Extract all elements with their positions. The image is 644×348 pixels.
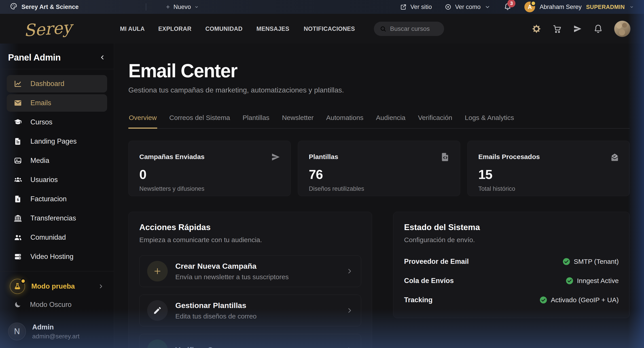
user-menu[interactable]: A Abraham Serey SUPERADMIN [524,1,634,12]
nav-notificaciones[interactable]: NOTIFICACIONES [304,25,355,32]
sidebar-item-label: Comunidad [30,233,66,241]
status-value: Inngest Active [566,277,619,285]
sidebar-item-label: Dashboard [30,80,64,88]
status-value: SMTP (Tenant) [562,258,619,265]
panels-row: Acciones Rápidas Empieza a comunicarte c… [128,212,630,348]
sidebar-item-usuarios[interactable]: Usuarios [7,171,107,188]
system-status-title: Estado del Sistema [404,223,619,232]
dark-mode-label: Modo Oscuro [30,301,72,309]
action-gestionar-plantillas[interactable]: Gestionar Plantillas Edita tus diseños d… [139,295,361,326]
tab-automations[interactable]: Automations [326,110,364,128]
sidebar-item-label: Media [30,157,49,165]
nav-mi-aula[interactable]: MI AULA [120,25,145,32]
sidebar-item-label: Usuarios [30,176,58,184]
external-link-icon [400,3,407,10]
sidebar-header: Panel Admin [7,52,107,63]
avatar: N [8,323,26,341]
chevron-left-icon [99,54,106,61]
stat-caption: Total histórico [478,185,619,192]
notifications-bell-button[interactable]: 3 [504,3,512,11]
action-caption: Envía un newsletter a tus suscriptores [175,273,289,281]
avatar: A [524,1,535,12]
action-text: Verificar Correos [175,346,236,348]
status-value-text: SMTP (Tenant) [574,258,619,265]
mail-open-icon [610,152,620,162]
stat-value: 76 [309,167,449,182]
chevron-right-icon [346,346,353,348]
action-crear-nueva-campana[interactable]: Crear Nueva Campaña Envía un newsletter … [139,255,361,287]
system-status-rows: Proveedor de Email SMTP (Tenant) Cola de… [404,258,619,307]
sidebar-item-media[interactable]: Media [7,152,107,169]
tenant-brand-label: Serey Art & Science [22,3,79,10]
topbar-left: Serey Art & Science Nuevo [10,2,199,12]
profile-avatar[interactable] [614,20,630,37]
stat-campanas-enviadas: Campañas Enviadas 0 Newsletters y difusi… [128,141,291,196]
sidebar-item-label: Video Hosting [30,253,73,261]
sidebar-item-label: Landing Pages [30,137,77,145]
pencil-icon [147,300,168,321]
cart-button[interactable] [552,24,562,33]
send-button[interactable] [573,24,582,33]
stat-value: 15 [478,167,619,182]
stat-plantillas: Plantillas 76 Diseños reutilizables [298,141,460,196]
view-as-label: Ver como [455,3,480,10]
status-label: Tracking [404,296,433,304]
plus-icon [147,261,168,281]
file-icon [14,137,22,145]
view-as-button[interactable]: Ver como [445,3,491,10]
tenant-brand[interactable]: Serey Art & Science [10,2,79,12]
page-subtitle: Gestiona tus campañas de marketing, auto… [128,86,630,94]
bank-icon [14,214,22,222]
sidebar-item-transferencias[interactable]: Transferencias [7,209,107,227]
sidebar-nav: Dashboard Emails Cursos [7,75,107,265]
tab-newsletter[interactable]: Newsletter [282,110,314,128]
chevron-down-icon [484,3,491,10]
sidebar-item-dashboard[interactable]: Dashboard [7,75,107,92]
envelope-icon [14,99,22,107]
tab-logs-analytics[interactable]: Logs & Analytics [464,110,514,128]
action-text: Gestionar Plantillas Edita tus diseños d… [175,301,257,320]
plus-icon [166,4,170,9]
tab-audiencia[interactable]: Audiencia [376,110,406,128]
sidebar-item-comunidad[interactable]: Comunidad [7,229,107,246]
nav-explorar[interactable]: EXPLORAR [158,25,192,32]
header-icons [532,20,630,37]
invoice-icon: $ [14,195,22,203]
settings-sun-button[interactable] [532,24,541,33]
divider [0,69,114,69]
sidebar-item-cursos[interactable]: Cursos [7,114,107,131]
new-button-label: Nuevo [174,3,191,10]
serey-logo[interactable]: Serey [23,19,72,39]
tab-correos-del-sistema[interactable]: Correos del Sistema [169,110,230,128]
view-site-button[interactable]: Ver sitio [400,3,432,10]
status-value: Activado (GeoIP + UA) [540,296,619,304]
chevron-down-icon [629,4,634,9]
palette-icon [10,2,18,12]
sidebar-collapse-button[interactable] [99,54,106,61]
tab-plantillas[interactable]: Plantillas [242,110,270,128]
test-mode-label: Modo prueba [31,282,92,290]
sidebar-item-facturacion[interactable]: $ Facturacion [7,190,107,208]
dark-mode-toggle[interactable]: Modo Oscuro [7,296,107,314]
test-mode-toggle[interactable]: Modo prueba [7,277,107,296]
main-layout: Panel Admin Dashboard Emails [0,43,644,348]
stat-title: Plantillas [309,153,449,161]
new-button[interactable]: Nuevo [166,3,199,10]
action-title: Gestionar Plantillas [175,301,257,310]
sidebar-user[interactable]: N Admin admin@serey.art [7,320,107,341]
nav-mensajes[interactable]: MENSAJES [256,25,289,32]
action-verificar-correos[interactable]: Verificar Correos [139,334,361,348]
quick-actions-list: Crear Nueva Campaña Envía un newsletter … [139,255,361,348]
sidebar-item-emails[interactable]: Emails [7,94,107,112]
sidebar-item-landing-pages[interactable]: Landing Pages [7,133,107,150]
nav-comunidad[interactable]: COMUNIDAD [205,25,242,32]
header-bell-button[interactable] [594,24,603,33]
tab-overview[interactable]: Overview [128,110,157,128]
tab-verificacion[interactable]: Verificación [418,110,452,128]
user-name: Abraham Serey [540,3,582,10]
sidebar-item-video-hosting[interactable]: Video Hosting [7,248,107,265]
course-search[interactable] [374,22,444,36]
cart-icon [552,24,562,33]
action-title: Verificar Correos [175,346,236,348]
search-input[interactable] [390,25,438,32]
